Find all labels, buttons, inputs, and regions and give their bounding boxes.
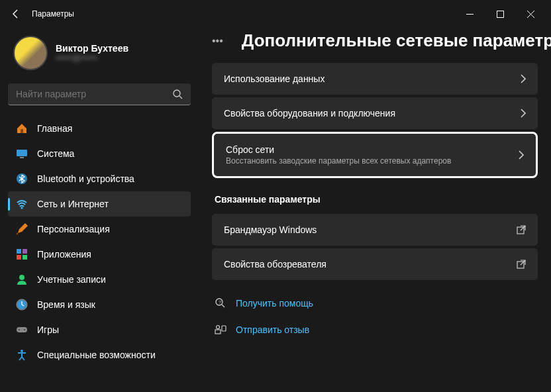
nav-network[interactable]: Сеть и Интернет (8, 191, 191, 217)
apps-icon (16, 248, 28, 260)
gaming-icon (16, 324, 28, 336)
sidebar: Виктор Бухтеев ••••••@•••••• Главная Сис… (0, 28, 199, 392)
search-input[interactable] (16, 89, 172, 99)
external-link-icon (517, 225, 526, 234)
svg-text:?: ? (219, 300, 221, 305)
nav-label: Bluetooth и устройства (37, 173, 134, 184)
nav-accessibility[interactable]: Специальные возможности (8, 342, 191, 368)
svg-point-25 (217, 326, 220, 329)
related-section-title: Связанные параметры (215, 194, 538, 205)
card-title: Сброс сети (226, 144, 519, 155)
help-section: ? Получить помощь Отправить отзыв (212, 293, 538, 340)
home-icon (16, 122, 28, 134)
svg-point-13 (19, 275, 25, 280)
help-label: Получить помощь (236, 298, 313, 309)
get-help-link[interactable]: ? Получить помощь (212, 293, 538, 313)
card-browser-properties[interactable]: Свойства обозревателя (212, 248, 538, 280)
nav-personalization[interactable]: Персонализация (8, 217, 191, 242)
feedback-icon (215, 324, 226, 336)
time-icon (16, 299, 28, 311)
svg-rect-16 (17, 327, 27, 332)
titlebar: Параметры (0, 0, 551, 28)
user-name: Виктор Бухтеев (56, 43, 128, 54)
close-button[interactable] (515, 3, 546, 24)
nav-system[interactable]: Система (8, 141, 191, 166)
minimize-button[interactable] (454, 3, 485, 24)
card-title: Свойства оборудования и подключения (224, 108, 521, 119)
window-title: Параметры (32, 9, 74, 19)
nav-label: Специальные возможности (37, 350, 156, 360)
chevron-right-icon (519, 150, 524, 160)
card-title: Свойства обозревателя (224, 259, 517, 270)
svg-line-3 (179, 96, 182, 99)
feedback-label: Отправить отзыв (236, 324, 309, 335)
nav-apps[interactable]: Приложения (8, 242, 191, 267)
svg-rect-9 (17, 249, 21, 254)
minimize-icon (466, 11, 474, 18)
card-subtitle: Восстановить заводские параметры всех се… (226, 156, 519, 166)
card-data-usage[interactable]: Использование данных (212, 63, 538, 95)
network-icon (16, 198, 28, 210)
search-box[interactable] (8, 83, 191, 105)
personalize-icon (16, 223, 28, 235)
nav-label: Сеть и Интернет (37, 199, 109, 209)
nav-menu: Главная Система Bluetooth и устройства С… (8, 116, 191, 368)
svg-rect-1 (497, 11, 503, 17)
nav-accounts[interactable]: Учетные записи (8, 267, 191, 292)
system-icon (16, 148, 28, 160)
feedback-link[interactable]: Отправить отзыв (212, 320, 538, 340)
maximize-icon (497, 11, 504, 18)
window-controls (454, 3, 546, 24)
avatar (13, 36, 48, 70)
card-title: Брандмауэр Windows (224, 224, 517, 235)
back-button[interactable] (5, 3, 26, 24)
chevron-right-icon (521, 74, 526, 83)
accounts-icon (16, 273, 28, 285)
svg-point-17 (19, 329, 20, 330)
svg-point-18 (24, 329, 25, 330)
svg-rect-26 (215, 330, 221, 334)
nav-home[interactable]: Главная (8, 116, 191, 141)
svg-rect-12 (23, 255, 27, 260)
arrow-left-icon (11, 9, 21, 19)
breadcrumb-more-button[interactable]: ••• (212, 35, 223, 47)
nav-label: Система (37, 148, 74, 159)
bluetooth-icon (16, 173, 28, 185)
nav-time[interactable]: Время и язык (8, 292, 191, 317)
svg-point-19 (21, 350, 23, 352)
help-icon: ? (215, 297, 226, 309)
page-title: Дополнительные сетевые параметры (242, 30, 551, 51)
chevron-right-icon (521, 109, 526, 118)
svg-rect-4 (21, 129, 23, 133)
svg-rect-27 (222, 326, 226, 331)
breadcrumb: ••• Дополнительные сетевые параметры (212, 30, 538, 51)
card-hardware-properties[interactable]: Свойства оборудования и подключения (212, 97, 538, 129)
card-firewall[interactable]: Брандмауэр Windows (212, 214, 538, 246)
svg-rect-11 (17, 255, 21, 260)
svg-point-2 (174, 90, 180, 97)
user-profile[interactable]: Виктор Бухтеев ••••••@•••••• (8, 28, 191, 83)
svg-point-8 (21, 207, 23, 209)
main-content: ••• Дополнительные сетевые параметры Исп… (199, 28, 551, 392)
svg-rect-6 (20, 157, 24, 158)
nav-label: Время и язык (37, 299, 95, 310)
external-link-icon (517, 260, 526, 269)
close-icon (527, 11, 534, 18)
user-email: ••••••@•••••• (56, 54, 128, 63)
svg-line-23 (222, 305, 225, 307)
card-title: Использование данных (224, 74, 521, 84)
svg-rect-5 (17, 150, 27, 156)
nav-label: Персонализация (37, 224, 110, 234)
nav-gaming[interactable]: Игры (8, 317, 191, 342)
nav-label: Учетные записи (37, 274, 106, 285)
nav-label: Игры (37, 324, 59, 335)
nav-bluetooth[interactable]: Bluetooth и устройства (8, 166, 191, 191)
nav-label: Приложения (37, 249, 91, 260)
svg-rect-10 (23, 249, 27, 254)
card-network-reset[interactable]: Сброс сети Восстановить заводские параме… (212, 132, 538, 178)
nav-label: Главная (37, 123, 72, 134)
accessibility-icon (16, 349, 28, 361)
search-icon (172, 89, 183, 99)
maximize-button[interactable] (485, 3, 515, 24)
